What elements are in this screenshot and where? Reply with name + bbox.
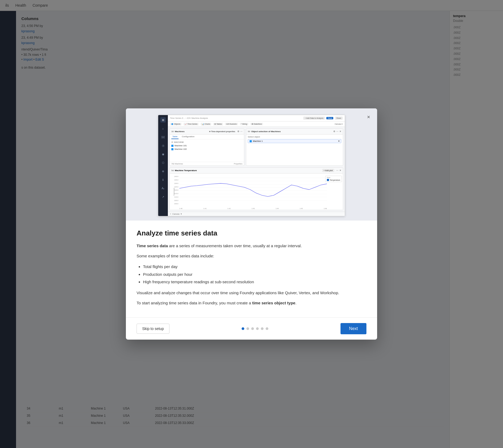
mini-select-value: Machine 1 xyxy=(253,140,263,142)
modal-screenshot-area: ⊞ ⌂ {x} ◷ ◉ ⬡ ⊕ ℹ Aₐ ↗ Time Series Z... … xyxy=(126,108,377,221)
mini-sidebar-icon-palette: ⬡ xyxy=(160,160,166,165)
mini-canvas-label: Canvas xyxy=(172,213,180,215)
mini-machine-icon-102 xyxy=(171,148,173,150)
mini-ui-preview: ⊞ ⌂ {x} ◷ ◉ ⬡ ⊕ ℹ Aₐ ↗ Time Series Z... … xyxy=(158,115,345,216)
mini-sidebar-icon-info: ℹ xyxy=(160,177,166,182)
modal-bold-text: Time series data xyxy=(137,243,168,248)
mini-canvas-chevron: ▾ xyxy=(181,213,182,215)
pagination-dot-2 xyxy=(246,327,249,330)
modal-paragraph-4: To start analyzing time series data in F… xyxy=(137,300,366,306)
mini-y-value: 135.0 xyxy=(171,179,178,181)
mini-legend: Plots Temperature xyxy=(325,176,342,182)
mini-machine-name-102: Machine 102 xyxy=(175,148,187,150)
mini-save-btn: Save xyxy=(326,117,333,119)
mini-add-plot-btn: + Add plot xyxy=(322,169,334,172)
mini-table-tab: Table xyxy=(171,135,179,139)
mini-canvas-label2: Canvas ▾ xyxy=(335,123,343,125)
mini-object-title: Object selection of Machines xyxy=(251,130,281,133)
mini-x-value: 1:45 xyxy=(300,208,303,209)
mini-chevron-down-icon: ▾ xyxy=(338,140,339,142)
mini-nav-toolbar: 🔷 Objects 📈 Time Series 📊 Charts ⊞ Table… xyxy=(168,121,345,127)
mini-chart-panel: 5d Machine Temperature + Add plot ⋯ ✕ Fa… xyxy=(169,167,343,210)
mini-chart-body: Fahrenheit 140.0 135.0 130.0 125.0 120.0… xyxy=(170,174,343,210)
mini-x-value: 1:43 xyxy=(252,208,255,209)
modal-paragraph-1: Time series data are a series of measure… xyxy=(137,243,366,249)
mini-machines-title: Machines xyxy=(175,130,184,133)
mini-config-tab: Configuration xyxy=(181,135,196,139)
mini-datetime-btn: 🗓 Date/time xyxy=(250,123,263,125)
mini-sidebar: ⊞ ⌂ {x} ◷ ◉ ⬡ ⊕ ℹ Aₐ ↗ xyxy=(158,115,168,216)
mini-y-value: 100.0 xyxy=(171,203,178,205)
mini-sidebar-icon-clock: ◷ xyxy=(160,143,166,148)
mini-y-value: 130.0 xyxy=(171,183,178,184)
mini-machine-icon-101 xyxy=(171,145,173,147)
mini-sidebar-icon-chat: ◉ xyxy=(160,151,166,157)
mini-x-value: 1:42 xyxy=(227,208,231,209)
mini-timeseries-btn: 📈 Time Series xyxy=(184,123,199,125)
mini-x-value: 1:44 xyxy=(276,208,279,209)
mini-machine-parent-name: MACHINE xyxy=(174,141,184,143)
next-button[interactable]: Next xyxy=(341,323,366,334)
mini-machine-item-101: Machine 101 xyxy=(171,144,242,147)
mini-sidebar-icon-aa: Aₐ xyxy=(160,186,166,191)
mini-chart-title: Machine Temperature xyxy=(175,169,197,172)
mini-time-dep-props: ≋ Time-dependent properties xyxy=(209,131,235,133)
mini-legend-dot xyxy=(327,179,329,181)
mini-share-btn: Share xyxy=(335,117,343,120)
mini-select-label: Select object xyxy=(248,136,341,138)
mini-machines-panel: 38 Machines ≋ Time-dependent properties … xyxy=(169,128,244,166)
mini-machine-name-101: Machine 101 xyxy=(175,144,187,147)
mini-chart-svg xyxy=(179,175,327,205)
mini-plus-icon: + xyxy=(170,213,171,215)
mini-tables-btn: ⊞ Tables xyxy=(213,123,223,125)
modal-title: Analyze time series data xyxy=(137,229,366,237)
modal-footer: Skip to setup Next xyxy=(126,317,377,340)
mini-y-value: 110.0 xyxy=(171,196,178,198)
mini-x-value: 1:41 xyxy=(203,208,207,209)
mini-canvas-bar: + Canvas ▾ xyxy=(168,212,345,216)
mini-sidebar-icon-fx: {x} xyxy=(160,134,166,140)
modal-p4-end: . xyxy=(295,301,296,305)
mini-object-gear-icon: ⚙ xyxy=(333,130,335,133)
mini-x-axis: 1:40 1:41 1:42 1:43 1:44 1:45 1:46 xyxy=(179,208,327,209)
mini-chart-svg-container xyxy=(179,175,327,205)
mini-sidebar-icon-arrow: ↗ xyxy=(160,194,166,199)
mini-topbar: Time Series Z... › Z2V Machine Analysis … xyxy=(168,115,345,121)
mini-object-panel: 50 Object selection of Machines ⚙ ⋯ ✕ Se… xyxy=(246,128,343,166)
close-button[interactable]: × xyxy=(364,113,373,121)
mini-content-area: 38 Machines ≋ Time-dependent properties … xyxy=(168,127,345,212)
mini-chart-more-icon: ⋯ xyxy=(336,169,338,172)
mini-charts-btn: 📊 Charts xyxy=(201,123,211,125)
skip-to-setup-button[interactable]: Skip to setup xyxy=(137,324,169,334)
mini-machines-count: 782 Machines xyxy=(171,163,183,165)
mini-chart-id: 5d xyxy=(171,169,174,172)
mini-chart-close-icon: ✕ xyxy=(339,169,341,172)
mini-panel-id1: 38 xyxy=(171,130,174,133)
mini-chart-header: 5d Machine Temperature + Add plot ⋯ ✕ xyxy=(170,168,343,174)
mini-sidebar-icon-home: ⊞ xyxy=(160,117,166,123)
mini-object-close-icon: ✕ xyxy=(339,130,341,133)
pagination-dot-4 xyxy=(256,327,259,330)
pagination-dot-1 xyxy=(242,327,244,330)
pagination-dot-6 xyxy=(266,327,268,330)
mini-main: Time Series Z... › Z2V Machine Analysis … xyxy=(168,115,345,216)
list-item: Total flights per day xyxy=(143,263,366,271)
mini-y-value: 105.0 xyxy=(171,200,178,201)
mini-x-value: 1:40 xyxy=(179,208,183,209)
mini-object-more-icon: ⋯ xyxy=(336,130,338,133)
mini-add-data-btn: + Add Data to Analysis xyxy=(303,117,325,120)
mini-circle-icon: ⊙ xyxy=(171,141,173,143)
pagination-dot-5 xyxy=(261,327,264,330)
mini-machines-header: 38 Machines ≋ Time-dependent properties … xyxy=(170,129,244,135)
mini-gear-icon: ⚙ xyxy=(237,130,239,133)
mini-machines-footer: 782 Machines Properties xyxy=(170,162,244,166)
mini-properties-link: Properties xyxy=(234,163,242,165)
mini-machine-parent: ⊙ MACHINE xyxy=(171,140,242,144)
mini-y-value: 125.0 xyxy=(171,186,178,188)
mini-numeric-btn: 123 Numeric xyxy=(225,123,238,125)
mini-sidebar-icon-globe: ⊕ xyxy=(160,168,166,174)
pagination-dots xyxy=(242,327,268,330)
mini-object-header: 50 Object selection of Machines ⚙ ⋯ ✕ xyxy=(246,129,343,135)
modal-list: Total flights per day Production outputs… xyxy=(143,263,366,286)
modal-paragraph-1-rest: are a series of measurements taken over … xyxy=(168,243,302,248)
